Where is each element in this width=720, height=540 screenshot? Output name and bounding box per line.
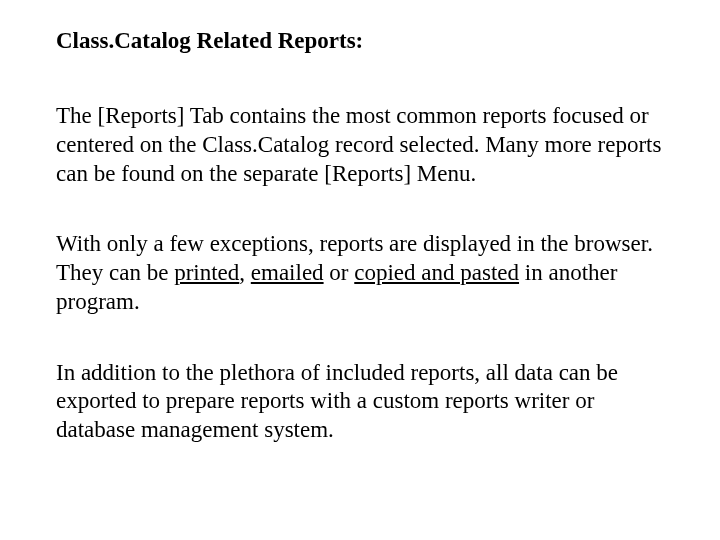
document-page: Class.Catalog Related Reports: The [Repo… — [0, 0, 720, 473]
paragraph-3: In addition to the plethora of included … — [56, 359, 664, 445]
paragraph-1: The [Reports] Tab contains the most comm… — [56, 102, 664, 188]
underline-emailed: emailed — [251, 260, 324, 285]
underline-printed: printed — [174, 260, 239, 285]
p2-text-c: or — [324, 260, 355, 285]
paragraph-2: With only a few exceptions, reports are … — [56, 230, 664, 316]
p2-text-b: , — [239, 260, 251, 285]
underline-copied-pasted: copied and pasted — [354, 260, 519, 285]
section-heading: Class.Catalog Related Reports: — [56, 28, 664, 54]
